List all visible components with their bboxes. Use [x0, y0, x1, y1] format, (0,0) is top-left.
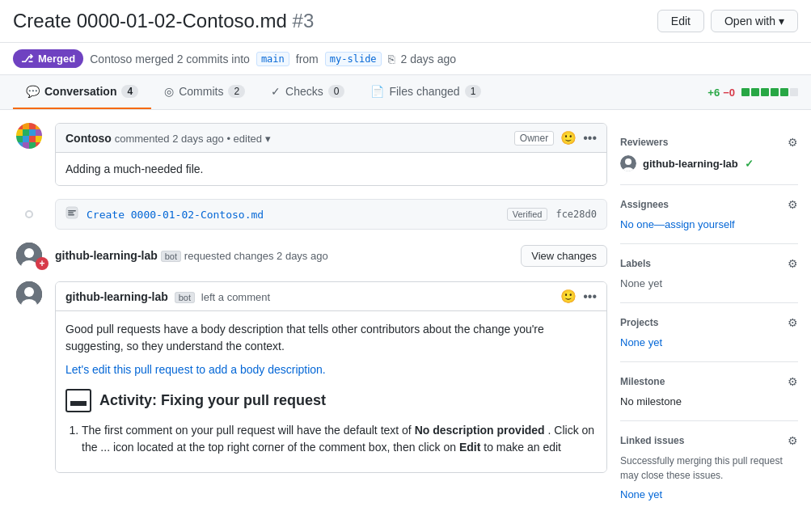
sidebar-projects: Projects ⚙ None yet [620, 303, 798, 362]
bot-avatar-section [13, 281, 45, 473]
conversation-icon: 💬 [26, 85, 40, 98]
header-buttons: Edit Open with ▾ [657, 10, 798, 32]
emoji-button-1[interactable]: 🙂 [560, 130, 577, 146]
pr-number: #3 [293, 10, 315, 32]
linked-issues-gear-button[interactable]: ⚙ [788, 434, 798, 447]
open-with-button[interactable]: Open with ▾ [711, 10, 798, 32]
tab-conversation[interactable]: 💬 Conversation 4 [13, 75, 151, 109]
copy-icon[interactable]: ⎘ [388, 53, 395, 65]
svg-rect-15 [36, 142, 42, 149]
pr-title-text: Create 0000-01-02-Contoso.md [13, 10, 287, 32]
sidebar-linked-issues: Linked issues ⚙ Successfully merging thi… [620, 421, 798, 513]
avatar-section [13, 123, 45, 186]
svg-rect-2 [29, 123, 36, 129]
linked-issues-text[interactable]: None yet [620, 488, 662, 500]
labels-gear-button[interactable]: ⚙ [788, 257, 798, 270]
sidebar-assignees-header: Assignees ⚙ [620, 198, 798, 211]
commit-sha[interactable]: fce28d0 [555, 209, 597, 220]
more-button-2[interactable]: ••• [583, 289, 597, 304]
linked-issues-desc: Successfully merging this pull request m… [620, 454, 798, 483]
base-branch-link[interactable]: main [256, 52, 289, 66]
comment-body-1: Adding a much-needed file. [56, 153, 606, 185]
merged-badge: ⎇ Merged [13, 49, 83, 68]
header-title-section: Create 0000-01-02-Contoso.md #3 [13, 10, 314, 32]
svg-rect-1 [23, 123, 29, 129]
commit-dot [25, 210, 33, 218]
commit-message[interactable]: Create 0000-01-02-Contoso.md [87, 209, 264, 221]
diff-block-4 [771, 88, 779, 96]
svg-rect-0 [16, 123, 23, 129]
diff-minus: −0 [723, 87, 735, 99]
conversation-count: 4 [121, 85, 138, 98]
sidebar-reviewers: Reviewers ⚙ github-learning-lab ✓ [620, 123, 798, 185]
svg-rect-3 [36, 123, 42, 129]
sidebar-assignees: Assignees ⚙ No one—assign yourself [620, 185, 798, 244]
timeline-item-bot-comment: github-learning-lab bot left a comment 🙂… [13, 281, 607, 473]
timeline-item-commit: Create 0000-01-02-Contoso.md Verified fc… [13, 199, 607, 230]
open-with-label: Open with [724, 15, 775, 27]
checks-count: 0 [328, 85, 345, 98]
checks-icon: ✓ [271, 85, 281, 98]
head-branch-link[interactable]: my-slide [325, 52, 382, 66]
tab-files-changed[interactable]: 📄 Files changed 1 [357, 75, 494, 109]
comment-header-1: Contoso commented 2 days ago • edited ▾ … [56, 124, 606, 153]
edit-button[interactable]: Edit [657, 10, 704, 32]
assignees-gear-button[interactable]: ⚙ [788, 198, 798, 211]
assignees-link[interactable]: No one—assign yourself [620, 218, 735, 230]
sidebar-milestone: Milestone ⚙ No milestone [620, 362, 798, 421]
review-text: requested changes 2 days ago [184, 250, 328, 262]
avatar-contoso [16, 123, 42, 149]
commits-icon: ◎ [164, 85, 174, 98]
timeline-item-comment1: Contoso commented 2 days ago • edited ▾ … [13, 123, 607, 186]
diff-block-2 [751, 88, 759, 96]
view-changes-button[interactable]: View changes [521, 245, 607, 267]
comment-author-1[interactable]: Contoso [65, 132, 112, 145]
review-author[interactable]: github-learning-lab [55, 249, 158, 262]
reviewer-avatar [620, 155, 636, 171]
files-icon: 📄 [370, 85, 384, 98]
reviewers-gear-button[interactable]: ⚙ [788, 136, 798, 149]
svg-rect-14 [29, 142, 36, 149]
bold-text-1: No description provided [415, 424, 545, 437]
reviewers-title: Reviewers [620, 137, 668, 148]
edit-link[interactable]: Let's edit this pull request to add a bo… [65, 363, 326, 376]
sidebar-milestone-header: Milestone ⚙ [620, 375, 798, 388]
diff-block-6 [790, 88, 798, 96]
bold-text-2: Edit [459, 441, 480, 454]
labels-text: None yet [620, 277, 662, 289]
svg-rect-5 [23, 129, 29, 136]
bot-comment-action: left a comment [201, 291, 270, 303]
bot-comment-header-left: github-learning-lab bot left a comment [65, 290, 270, 303]
review-plus-icon: + [36, 257, 49, 270]
time-text: 2 days ago [401, 53, 457, 65]
commits-label: Commits [179, 85, 223, 98]
comment-time-1: commented 2 days ago • edited ▾ [115, 133, 271, 145]
commit-icon [65, 206, 78, 222]
check-icon: ✓ [745, 158, 754, 170]
tab-checks[interactable]: ✓ Checks 0 [258, 75, 357, 109]
milestone-text: No milestone [620, 395, 682, 407]
milestone-gear-button[interactable]: ⚙ [788, 375, 798, 388]
bot-body-line1: Good pull requests have a body descripti… [65, 321, 597, 355]
emoji-button-2[interactable]: 🙂 [560, 289, 577, 304]
comment-box-1: Contoso commented 2 days ago • edited ▾ … [55, 123, 607, 186]
projects-text[interactable]: None yet [620, 336, 662, 348]
bot-comment-author[interactable]: github-learning-lab [65, 290, 168, 303]
review-avatar-wrapper: + [13, 243, 45, 268]
reviewer-name[interactable]: github-learning-lab [643, 158, 738, 170]
svg-point-24 [24, 287, 34, 297]
more-button-1[interactable]: ••• [583, 131, 597, 146]
activity-list: The first comment on your pull request w… [65, 422, 597, 456]
linked-issues-title: Linked issues [620, 435, 684, 446]
tab-commits[interactable]: ◎ Commits 2 [151, 75, 258, 109]
diff-blocks [741, 88, 798, 96]
sidebar-labels-header: Labels ⚙ [620, 257, 798, 270]
diff-block-1 [741, 88, 750, 96]
svg-rect-17 [68, 210, 76, 212]
commit-item: Create 0000-01-02-Contoso.md Verified fc… [55, 199, 607, 230]
diff-block-3 [761, 88, 769, 96]
projects-gear-button[interactable]: ⚙ [788, 316, 798, 329]
svg-rect-9 [23, 136, 29, 142]
files-changed-label: Files changed [389, 85, 459, 98]
page-header: Create 0000-01-02-Contoso.md #3 Edit Ope… [0, 0, 811, 43]
